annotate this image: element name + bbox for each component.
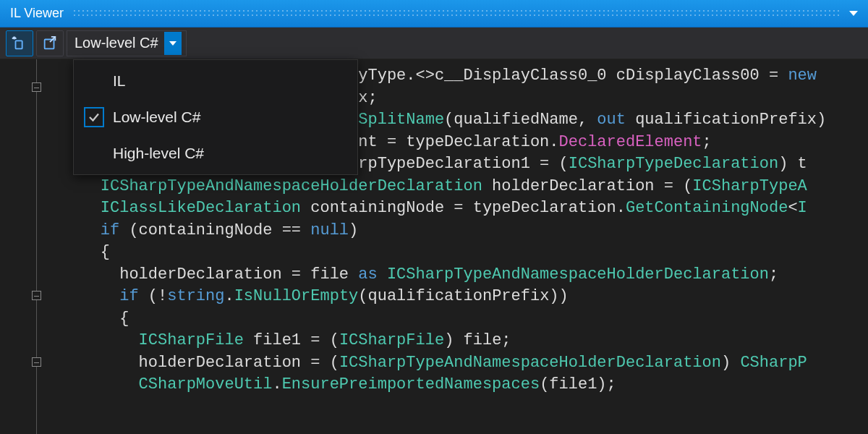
menu-item-il[interactable]: IL <box>74 63 357 99</box>
titlebar-grip[interactable] <box>72 9 842 19</box>
fold-toggle[interactable] <box>32 357 41 367</box>
menu-item-low-level-csharp[interactable]: Low-level C# <box>74 99 357 135</box>
toolbar: Low-level C# <box>0 27 868 59</box>
gutter[interactable] <box>0 59 52 434</box>
menu-item-label: High-level C# <box>113 145 204 162</box>
menu-item-high-level-csharp[interactable]: High-level C# <box>74 135 357 171</box>
svg-rect-1 <box>45 39 54 48</box>
fold-toggle[interactable] <box>32 291 41 300</box>
export-button[interactable] <box>36 30 64 56</box>
dropdown-label: Low-level C# <box>75 35 158 51</box>
view-mode-menu: IL Low-level C# High-level C# <box>73 59 358 175</box>
titlebar: IL Viewer <box>0 0 868 27</box>
panel-title: IL Viewer <box>10 6 64 21</box>
refresh-button[interactable] <box>6 30 33 56</box>
fold-toggle[interactable] <box>32 82 41 92</box>
chevron-down-icon <box>164 32 182 55</box>
menu-item-label: IL <box>113 72 126 90</box>
menu-item-label: Low-level C# <box>113 109 200 126</box>
view-mode-dropdown[interactable]: Low-level C# <box>67 30 187 56</box>
check-icon <box>84 107 104 127</box>
panel-options-chevron-icon[interactable] <box>849 11 858 16</box>
svg-rect-0 <box>16 41 22 48</box>
